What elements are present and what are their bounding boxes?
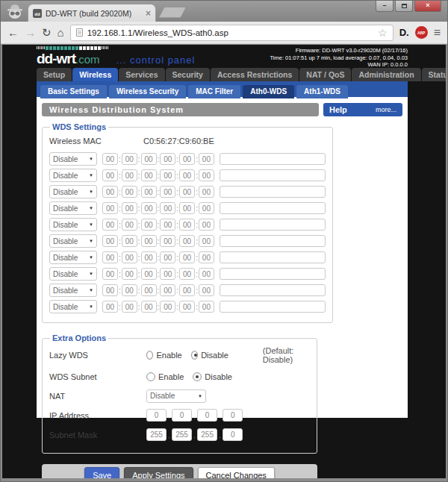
- mask-octet-input[interactable]: [223, 428, 243, 441]
- wds-mode-select[interactable]: Disable ▼: [49, 201, 97, 215]
- mac-octet-input[interactable]: [179, 284, 195, 296]
- mac-octet-input[interactable]: [141, 219, 157, 231]
- mac-octet-input[interactable]: [199, 169, 214, 181]
- mac-octet-input[interactable]: [160, 219, 175, 231]
- wds-mode-select[interactable]: Disable ▼: [49, 300, 97, 313]
- forward-icon[interactable]: →: [25, 27, 36, 38]
- subtab-basic-settings[interactable]: Basic Settings: [40, 85, 107, 98]
- mac-octet-input[interactable]: [179, 251, 195, 263]
- d-extension-icon[interactable]: D.: [399, 27, 409, 38]
- wds-mode-select[interactable]: Disable ▼: [49, 234, 97, 248]
- tab-security[interactable]: Security: [166, 68, 210, 81]
- ip-octet-input[interactable]: [223, 409, 243, 422]
- tab-administration[interactable]: Administration: [352, 68, 420, 81]
- wds-mode-select[interactable]: Disable ▼: [49, 169, 97, 182]
- subtab-ath0-wds[interactable]: Ath0-WDS: [243, 85, 294, 98]
- mac-octet-input[interactable]: [102, 268, 118, 280]
- mac-octet-input[interactable]: [102, 153, 118, 165]
- maximize-button[interactable]: [395, 1, 413, 12]
- mask-octet-input[interactable]: [146, 428, 167, 441]
- mac-octet-input[interactable]: [122, 219, 137, 231]
- mac-octet-input[interactable]: [199, 268, 214, 280]
- mac-octet-input[interactable]: [141, 284, 157, 296]
- address-bar[interactable]: 192.168.1.1/Wireless_WDS-ath0.asp ☆: [70, 25, 393, 41]
- mac-octet-input[interactable]: [179, 235, 195, 247]
- mac-octet-input[interactable]: [199, 153, 214, 165]
- mac-octet-input[interactable]: [122, 268, 137, 280]
- mac-octet-input[interactable]: [102, 235, 118, 247]
- mac-octet-input[interactable]: [141, 268, 157, 280]
- mac-octet-input[interactable]: [122, 251, 137, 263]
- wds-subnet-enable-radio[interactable]: [146, 372, 155, 381]
- wds-note-input[interactable]: [220, 268, 326, 280]
- wds-note-input[interactable]: [220, 235, 326, 247]
- ip-octet-input[interactable]: [172, 409, 192, 422]
- back-icon[interactable]: ←: [7, 27, 19, 38]
- home-icon[interactable]: ⌂: [57, 27, 64, 38]
- mac-octet-input[interactable]: [102, 169, 118, 181]
- mac-octet-input[interactable]: [179, 169, 195, 181]
- mac-octet-input[interactable]: [122, 169, 137, 181]
- tab-nat-qos[interactable]: NAT / QoS: [299, 68, 351, 81]
- wds-note-input[interactable]: [220, 301, 326, 313]
- url-text[interactable]: 192.168.1.1/Wireless_WDS-ath0.asp: [87, 28, 373, 37]
- wds-note-input[interactable]: [220, 284, 326, 296]
- bookmark-star-icon[interactable]: ☆: [378, 27, 388, 39]
- mac-octet-input[interactable]: [122, 284, 137, 296]
- mac-octet-input[interactable]: [199, 235, 214, 247]
- tab-access-restrictions[interactable]: Access Restrictions: [211, 68, 299, 81]
- lazy-wds-disable-radio[interactable]: [191, 351, 198, 360]
- tab-wireless[interactable]: Wireless: [72, 68, 118, 81]
- mac-octet-input[interactable]: [179, 219, 195, 231]
- mac-octet-input[interactable]: [179, 153, 195, 165]
- wds-mode-select[interactable]: Disable ▼: [49, 218, 97, 231]
- tab-status[interactable]: Status: [422, 68, 446, 81]
- mac-octet-input[interactable]: [141, 169, 157, 181]
- mac-octet-input[interactable]: [102, 251, 118, 263]
- wds-mode-select[interactable]: Disable ▼: [49, 284, 97, 297]
- mac-octet-input[interactable]: [122, 202, 137, 214]
- mac-octet-input[interactable]: [199, 284, 214, 296]
- wds-note-input[interactable]: [220, 202, 326, 214]
- wds-mode-select[interactable]: Disable ▼: [49, 185, 97, 198]
- mac-octet-input[interactable]: [122, 153, 137, 165]
- mac-octet-input[interactable]: [160, 186, 175, 198]
- close-button[interactable]: ×: [414, 1, 441, 12]
- mask-octet-input[interactable]: [197, 428, 217, 441]
- wds-note-input[interactable]: [220, 169, 326, 181]
- mac-octet-input[interactable]: [179, 186, 195, 198]
- subtab-mac-filter[interactable]: MAC Filter: [188, 85, 240, 98]
- tab-close-icon[interactable]: ×: [146, 10, 151, 17]
- apply-settings-button[interactable]: Apply Settings: [124, 467, 193, 478]
- wds-mode-select[interactable]: Disable ▼: [49, 267, 97, 281]
- wds-note-input[interactable]: [220, 219, 326, 231]
- minimize-button[interactable]: –: [376, 1, 393, 12]
- mac-octet-input[interactable]: [122, 301, 137, 313]
- mac-octet-input[interactable]: [102, 186, 118, 198]
- mac-octet-input[interactable]: [199, 202, 214, 214]
- mac-octet-input[interactable]: [141, 251, 157, 263]
- mac-octet-input[interactable]: [122, 235, 137, 247]
- reload-icon[interactable]: ↻: [42, 27, 52, 38]
- menu-icon[interactable]: ≡: [434, 26, 441, 40]
- tab-setup[interactable]: Setup: [37, 68, 72, 81]
- mac-octet-input[interactable]: [160, 169, 175, 181]
- wds-note-input[interactable]: [220, 251, 326, 263]
- mac-octet-input[interactable]: [160, 301, 175, 313]
- mac-octet-input[interactable]: [141, 186, 157, 198]
- mac-octet-input[interactable]: [160, 268, 175, 280]
- mac-octet-input[interactable]: [160, 153, 175, 165]
- mac-octet-input[interactable]: [199, 186, 214, 198]
- mac-octet-input[interactable]: [141, 235, 157, 247]
- mac-octet-input[interactable]: [141, 301, 157, 313]
- mac-octet-input[interactable]: [160, 284, 175, 296]
- save-button[interactable]: Save: [84, 467, 119, 478]
- mac-octet-input[interactable]: [160, 202, 175, 214]
- tab-services[interactable]: Services: [119, 68, 164, 81]
- mask-octet-input[interactable]: [172, 428, 192, 441]
- mac-octet-input[interactable]: [102, 301, 118, 313]
- mac-octet-input[interactable]: [179, 202, 195, 214]
- cancel-changes-button[interactable]: Cancel Changes: [198, 467, 275, 478]
- wds-subnet-disable-radio[interactable]: [193, 372, 202, 381]
- mac-octet-input[interactable]: [179, 301, 195, 313]
